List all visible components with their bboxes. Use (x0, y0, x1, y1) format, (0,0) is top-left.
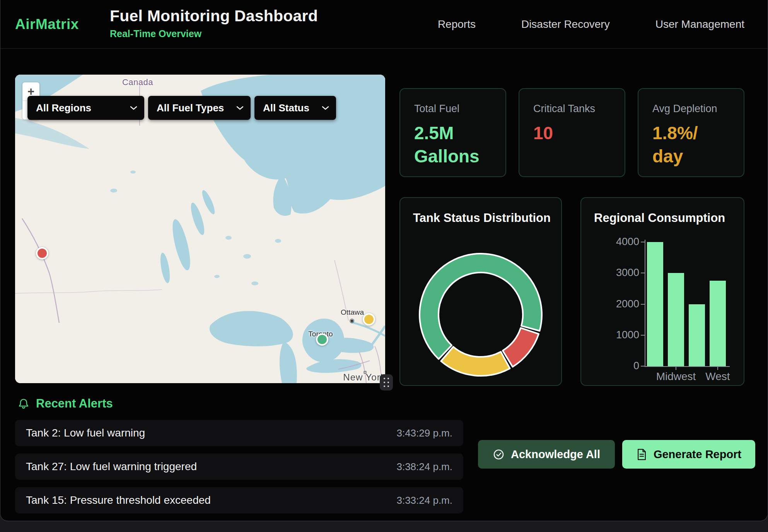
tank-marker-normal[interactable] (316, 333, 328, 346)
y-tick-label: 0 (596, 360, 639, 372)
status-filter-value: All Status (263, 102, 309, 114)
alert-row[interactable]: Tank 2: Low fuel warning 3:43:29 p.m. (15, 420, 463, 446)
chevron-down-icon (322, 106, 329, 110)
stat-value: 1.8%/day (652, 122, 730, 168)
fuel-type-filter-value: All Fuel Types (157, 102, 224, 114)
status-filter-select[interactable]: All Status (254, 96, 336, 120)
region-filter-value: All Regions (36, 102, 91, 114)
dashboard-window: AirMatrix Fuel Monitoring Dashboard Real… (0, 0, 768, 521)
y-tick-mark (641, 335, 645, 336)
acknowledge-all-button[interactable]: Acknowledge All (478, 440, 615, 469)
bell-icon (17, 397, 30, 410)
alerts-title: Recent Alerts (36, 397, 113, 411)
acknowledge-all-label: Acknowledge All (511, 448, 600, 461)
y-tick-label: 1000 (596, 329, 639, 341)
y-tick-label: 2000 (596, 298, 639, 310)
stat-card-total-fuel: Total Fuel 2.5MGallons (399, 88, 506, 177)
bar-West (710, 281, 726, 366)
map-label-ottawa: Ottawa (341, 308, 364, 317)
regional-consumption-panel: Regional Consumption 01000200030004000Mi… (580, 197, 744, 386)
stat-card-critical-tanks: Critical Tanks 10 (519, 88, 625, 177)
stat-value: 2.5MGallons (414, 122, 492, 168)
nav-item-user-management[interactable]: User Management (655, 18, 744, 31)
map-filters: All Regions All Fuel Types All Status (27, 96, 336, 120)
tank-marker-critical[interactable] (36, 247, 48, 259)
tank-marker-warning[interactable] (363, 313, 375, 326)
top-bar: AirMatrix Fuel Monitoring Dashboard Real… (0, 0, 768, 49)
alert-text: Tank 15: Pressure threshold exceeded (26, 494, 211, 506)
y-tick-mark (641, 304, 645, 305)
y-tick-label: 3000 (596, 267, 639, 279)
x-axis-line (645, 366, 730, 367)
document-icon (636, 448, 647, 460)
main-nav: Reports Disaster Recovery User Managemen… (438, 0, 744, 49)
alerts-header: Recent Alerts (17, 397, 113, 411)
stat-label: Avg Depletion (652, 103, 730, 115)
alert-text: Tank 2: Low fuel warning (26, 427, 145, 439)
y-tick-label: 4000 (596, 236, 639, 248)
drag-handle-icon[interactable] (380, 374, 393, 390)
x-tick-label: West (691, 370, 745, 383)
y-tick-mark (641, 242, 645, 242)
capital-marker-icon: ◉ (349, 317, 354, 324)
tank-status-panel: Tank Status Distribution (399, 197, 562, 386)
generate-report-label: Generate Report (654, 448, 741, 461)
nav-item-reports[interactable]: Reports (438, 18, 476, 31)
bar-Midwest (668, 273, 684, 366)
stat-value: 10 (533, 122, 611, 145)
page-title: Fuel Monitoring Dashboard (110, 7, 318, 25)
alert-row[interactable]: Tank 15: Pressure threshold exceeded 3:3… (15, 487, 463, 513)
page-subtitle: Real-Time Overview (110, 28, 318, 39)
alert-timestamp: 3:33:24 p.m. (396, 494, 452, 506)
donut-segment-critical (503, 328, 539, 367)
map-label-canada: Canada (122, 77, 153, 87)
chevron-down-icon (236, 106, 244, 110)
x-tick-mark (717, 367, 718, 370)
region-filter-select[interactable]: All Regions (27, 96, 144, 120)
x-tick-mark (676, 367, 676, 370)
bar-col3 (689, 304, 705, 367)
alert-timestamp: 3:38:24 p.m. (396, 461, 452, 473)
brand-logo: AirMatrix (15, 16, 79, 32)
y-tick-mark (641, 366, 645, 367)
tank-status-donut-chart (400, 198, 563, 387)
alert-row[interactable]: Tank 27: Low fuel warning triggered 3:38… (15, 454, 463, 480)
alert-text: Tank 27: Low fuel warning triggered (26, 460, 197, 473)
donut-segment-warning (441, 347, 510, 376)
y-tick-mark (641, 273, 645, 273)
generate-report-button[interactable]: Generate Report (622, 440, 755, 469)
stat-card-avg-depletion: Avg Depletion 1.8%/day (638, 88, 744, 177)
town-dot-icon (364, 371, 367, 374)
check-circle-icon (493, 448, 505, 460)
chevron-down-icon (130, 106, 137, 110)
bar-col1 (647, 242, 663, 366)
fuel-map[interactable]: Canada Ottawa ◉ Toronto New York + All R… (15, 75, 385, 383)
nav-item-disaster-recovery[interactable]: Disaster Recovery (521, 18, 610, 31)
y-axis-line (645, 240, 645, 367)
fuel-type-filter-select[interactable]: All Fuel Types (148, 96, 251, 120)
alert-timestamp: 3:43:29 p.m. (396, 427, 452, 439)
title-block: Fuel Monitoring Dashboard Real-Time Over… (110, 7, 318, 39)
regional-consumption-bar-chart: 01000200030004000MidwestWest (581, 198, 745, 387)
stat-label: Total Fuel (414, 103, 492, 115)
stat-label: Critical Tanks (533, 103, 611, 115)
